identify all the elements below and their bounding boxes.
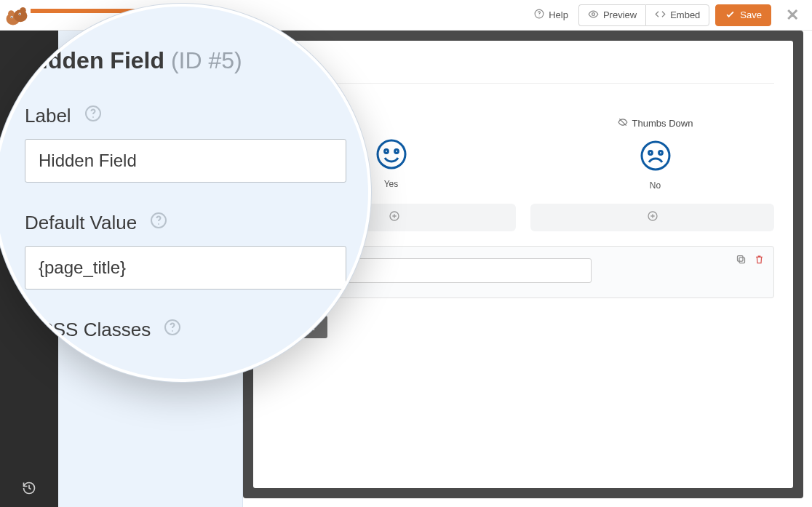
label-field-label: Label [25, 105, 346, 127]
svg-point-15 [648, 151, 652, 155]
embed-label: Embed [670, 9, 700, 20]
label-input[interactable] [25, 139, 346, 183]
history-icon [22, 481, 36, 498]
svg-point-11 [378, 140, 405, 168]
svg-point-16 [658, 151, 662, 155]
trash-icon[interactable] [754, 254, 765, 268]
default-value-label: Default Value [25, 212, 346, 234]
preview-button[interactable]: Preview [578, 4, 645, 26]
svg-point-6 [20, 7, 26, 14]
rating-caption-yes: Yes [384, 179, 399, 189]
app-logo [4, 3, 29, 28]
history-button[interactable] [0, 472, 58, 507]
magnifier-overlay: Hidden Field (ID #5) Label Default Value… [0, 4, 371, 382]
add-choice-right[interactable] [530, 204, 774, 231]
default-value-input[interactable] [25, 246, 346, 290]
preview-label: Preview [603, 9, 637, 20]
hidden-field-actions [736, 254, 765, 268]
rating-caption-no: No [650, 180, 661, 191]
help-link[interactable]: Help [534, 9, 568, 21]
svg-point-2 [592, 12, 595, 15]
svg-point-13 [394, 150, 398, 153]
svg-point-14 [642, 142, 669, 169]
plus-icon [647, 210, 658, 225]
rating-title-no: Thumbs Down [618, 117, 693, 129]
help-label: Help [549, 9, 568, 20]
help-icon [534, 9, 544, 21]
svg-point-5 [8, 10, 15, 17]
smile-icon [375, 138, 407, 170]
rating-title-no-text: Thumbs Down [632, 118, 693, 129]
frown-icon [640, 140, 672, 172]
plus-icon [389, 210, 400, 225]
save-button[interactable]: Save [715, 4, 771, 26]
svg-point-1 [539, 15, 540, 16]
svg-point-10 [19, 13, 20, 15]
rating-card-no[interactable]: Thumbs Down No [536, 117, 774, 191]
svg-point-8 [11, 17, 12, 18]
svg-point-22 [92, 116, 94, 118]
preview-embed-group: Preview Embed [578, 4, 709, 26]
default-value-label-text: Default Value [25, 212, 137, 234]
panel-title: Hidden Field (ID #5) [25, 47, 346, 74]
save-label: Save [740, 9, 762, 20]
svg-point-24 [158, 223, 159, 225]
code-icon [655, 9, 666, 22]
css-classes-label: CSS Classes [39, 319, 346, 341]
hidden-eye-icon [618, 117, 628, 129]
help-tooltip-icon[interactable] [164, 319, 181, 341]
eye-icon [588, 9, 599, 22]
embed-button[interactable]: Embed [645, 4, 709, 26]
close-icon[interactable]: ✕ [786, 6, 799, 25]
label-field-label-text: Label [25, 105, 71, 127]
svg-point-26 [172, 330, 173, 332]
svg-rect-19 [739, 258, 745, 263]
help-tooltip-icon[interactable] [150, 212, 167, 234]
duplicate-icon[interactable] [736, 254, 747, 268]
help-tooltip-icon[interactable] [84, 105, 102, 127]
check-icon [725, 9, 736, 22]
panel-title-id: (ID #5) [171, 47, 242, 73]
svg-rect-20 [738, 256, 744, 262]
form-divider [272, 83, 774, 84]
svg-point-12 [384, 150, 388, 153]
